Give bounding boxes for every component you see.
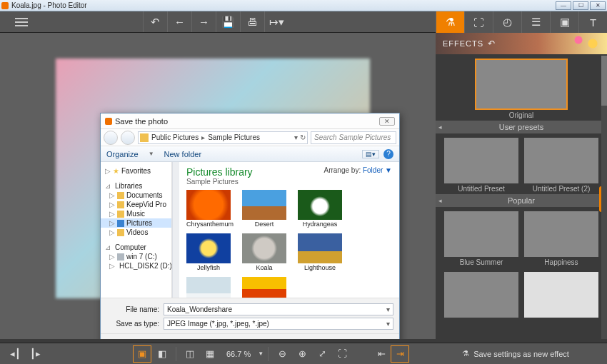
undo-effects-icon[interactable]: ↶ <box>488 39 496 49</box>
view-mode-button[interactable]: ▤▾ <box>362 150 379 158</box>
zoom-out-button[interactable]: ⊖ <box>273 345 291 363</box>
tree-item[interactable]: Documents <box>126 191 163 199</box>
arrange-label: Arrange by: <box>323 166 361 174</box>
picture-item[interactable]: Tulips <box>242 277 286 298</box>
view-compare-button[interactable]: ◧ <box>153 345 171 363</box>
view-single-button[interactable]: ▣ <box>133 345 151 363</box>
picture-item[interactable]: Lighthouse <box>298 233 342 271</box>
arrange-value[interactable]: Folder <box>363 166 383 174</box>
undo-button[interactable]: ↶ <box>143 11 167 32</box>
header-decoration <box>550 33 607 54</box>
tab-effects[interactable]: ⚗ <box>436 11 464 33</box>
next-photo-button[interactable]: ┃▸ <box>26 345 44 363</box>
picture-item[interactable]: Hydrangeas <box>298 190 342 228</box>
tree-computer[interactable]: Computer <box>115 243 146 251</box>
savetype-select[interactable]: JPEG Image (*.jpg, *.jpeg, *.jpe)▾ <box>164 318 393 330</box>
view-split-button[interactable]: ◫ <box>181 345 199 363</box>
dialog-close-button[interactable]: ✕ <box>379 117 395 126</box>
tab-frame[interactable]: ▣ <box>550 11 578 33</box>
export-button[interactable]: ↦▾ <box>264 11 289 32</box>
tab-adjust[interactable]: ☰ <box>521 11 550 33</box>
section-popular[interactable]: ◂Popular <box>436 194 607 207</box>
dialog-app-icon <box>105 118 112 125</box>
tab-rotate[interactable]: ◴ <box>493 11 521 33</box>
tree-item[interactable]: HCL_DISK2 (D:) <box>119 262 172 270</box>
save-button[interactable]: 💾 <box>216 11 240 32</box>
zoom-value[interactable]: 66.7 % <box>221 350 256 358</box>
tree-item[interactable]: win 7 (C:) <box>126 253 157 261</box>
back-button[interactable]: ← <box>167 11 191 32</box>
folder-icon <box>140 133 149 142</box>
picture-item[interactable]: Chrysanthemum <box>186 190 231 228</box>
tree-item[interactable]: Videos <box>126 228 148 236</box>
effect-preset[interactable]: Untitled Preset <box>444 138 518 193</box>
picture-item[interactable]: Penguins <box>186 277 231 298</box>
folder-tree[interactable]: ▷★Favorites ⊿Libraries ▷Documents ▷KeepV… <box>101 162 172 298</box>
save-effect-button[interactable]: Save settings as new effect <box>473 350 569 358</box>
tab-text[interactable]: T <box>578 11 607 33</box>
section-user-presets[interactable]: ◂User presets <box>436 121 607 133</box>
tree-scrollbar[interactable] <box>172 162 179 298</box>
window-titlebar: Koala.jpg - Photo Editor — ☐ ✕ <box>0 0 607 11</box>
new-folder-button[interactable]: New folder <box>164 150 202 158</box>
dialog-titlebar: Save the photo ✕ <box>101 113 399 129</box>
filename-label: File name: <box>106 305 164 313</box>
tree-item[interactable]: Music <box>126 210 145 218</box>
effect-preset[interactable] <box>524 272 598 318</box>
picture-item[interactable]: Jellyfish <box>186 233 231 271</box>
tree-item-selected[interactable]: Pictures <box>126 219 152 227</box>
forward-button[interactable]: → <box>191 11 216 32</box>
nav-forward-button[interactable] <box>121 131 135 145</box>
bottom-toolbar: ◂┃ ┃▸ ▣ ◧ ◫ ▦ 66.7 %▼ ⊖ ⊕ ⤢ ⛶ ⇤ ⇥ ⚗ Save… <box>0 343 607 364</box>
tab-crop[interactable]: ⛶ <box>464 11 493 33</box>
import-button[interactable]: ⇤ <box>372 345 391 363</box>
address-bar[interactable]: Public Pictures▸ Sample Pictures ▾ ↻ <box>138 131 308 144</box>
actual-size-button[interactable]: ⛶ <box>333 345 351 363</box>
maximize-button[interactable]: ☐ <box>573 1 588 10</box>
save-dialog: Save the photo ✕ Public Pictures▸ Sample… <box>100 113 400 339</box>
canvas-area[interactable]: Save the photo ✕ Public Pictures▸ Sample… <box>0 33 436 339</box>
search-input[interactable]: Search Sample Pictures <box>311 131 396 144</box>
view-grid-button[interactable]: ▦ <box>201 345 219 363</box>
organize-menu[interactable]: Organize <box>106 150 139 158</box>
minimize-button[interactable]: — <box>556 1 571 10</box>
picture-item[interactable]: Koala <box>242 233 286 271</box>
flask-icon: ⚗ <box>462 349 469 358</box>
effect-preset[interactable] <box>444 272 518 318</box>
effect-preset[interactable]: Happiness <box>524 211 598 266</box>
breadcrumb-seg[interactable]: Sample Pictures <box>208 133 260 141</box>
zoom-in-button[interactable]: ⊕ <box>293 345 311 363</box>
nav-back-button[interactable] <box>104 131 118 145</box>
panel-scrollbar[interactable] <box>601 56 607 339</box>
prev-photo-button[interactable]: ◂┃ <box>6 345 24 363</box>
effect-preset[interactable]: Blue Summer <box>444 211 518 266</box>
export-image-button[interactable]: ⇥ <box>391 345 409 363</box>
picture-grid: Chrysanthemum Desert Hydrangeas Jellyfis… <box>186 190 392 298</box>
library-subtitle: Sample Pictures <box>186 178 392 186</box>
menu-button[interactable] <box>0 11 43 32</box>
fit-button[interactable]: ⤢ <box>313 345 331 363</box>
tree-libraries[interactable]: Libraries <box>115 182 142 190</box>
print-button[interactable]: 🖶 <box>240 11 264 32</box>
dialog-title: Save the photo <box>115 117 168 126</box>
help-button[interactable]: ? <box>383 149 393 159</box>
savetype-label: Save as type: <box>106 320 164 328</box>
effect-preset[interactable]: Untitled Preset (2) <box>524 138 598 193</box>
window-title: Koala.jpg - Photo Editor <box>11 1 87 9</box>
filename-input[interactable]: Koala_Wondershare▾ <box>164 303 393 315</box>
effects-title: EFFECTS <box>443 39 483 48</box>
effects-panel: EFFECTS ↶ Original ◂User presets Untitle… <box>436 33 607 339</box>
search-placeholder: Search Sample Pictures <box>314 133 391 141</box>
close-button[interactable]: ✕ <box>590 1 606 10</box>
effect-original[interactable]: Original <box>475 59 568 119</box>
picture-item[interactable]: Desert <box>242 190 286 228</box>
breadcrumb-seg[interactable]: Public Pictures <box>151 133 199 141</box>
app-logo-icon <box>1 2 9 9</box>
right-tool-tabs: ⚗ ⛶ ◴ ☰ ▣ T <box>436 11 607 33</box>
tree-favorites[interactable]: Favorites <box>121 167 151 175</box>
tree-item[interactable]: KeepVid Pro <box>126 201 166 208</box>
